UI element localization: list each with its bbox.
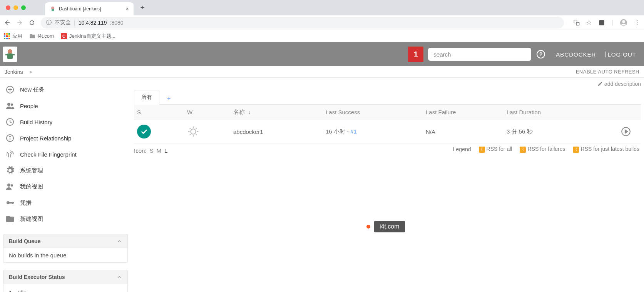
collapse-icon[interactable] <box>117 239 122 244</box>
user-link[interactable]: ABCDOCKER <box>556 51 596 58</box>
people-icon <box>5 182 15 191</box>
svg-point-19 <box>10 136 10 137</box>
sidebar-new-item[interactable]: New 任务 <box>3 82 128 98</box>
svg-point-6 <box>622 20 625 23</box>
people-icon <box>5 101 15 110</box>
icon-size-medium[interactable]: M <box>157 147 162 154</box>
svg-point-21 <box>11 184 13 187</box>
jenkins-header: 1 ? ABCDOCKER | LOG OUT <box>0 42 644 66</box>
executor-state: Idle <box>17 289 27 292</box>
maximize-window-button[interactable] <box>21 5 26 10</box>
profile-avatar-icon[interactable] <box>619 18 628 27</box>
watermark-dot <box>366 225 370 229</box>
url-host: 10.4.82.119 <box>79 20 107 26</box>
close-window-button[interactable] <box>6 5 10 10</box>
col-name[interactable]: 名称 ↓ <box>230 105 323 120</box>
sidebar-my-views[interactable]: 我的视图 <box>3 179 128 195</box>
rss-failures-link[interactable]: ⌇RSS for failures <box>520 146 565 153</box>
add-description-link[interactable]: add description <box>597 81 641 87</box>
sidebar-new-view[interactable]: 新建视图 <box>3 211 128 227</box>
bookmark-jenkins-theme[interactable]: C Jenkins自定义主题... <box>61 33 115 40</box>
minimize-window-button[interactable] <box>13 5 18 10</box>
bookmark-red-icon: C <box>61 33 67 39</box>
extension-icon[interactable] <box>598 19 606 27</box>
address-bar[interactable]: ⓘ 不安全 | 10.4.82.119:8080 <box>41 17 564 28</box>
col-last-failure[interactable]: Last Failure <box>423 105 503 120</box>
sidebar-label: New 任务 <box>20 86 45 93</box>
job-row: abcdocker1 16 小时 - #1 N/A 3 分 56 秒 <box>134 120 641 143</box>
svg-rect-4 <box>599 20 604 25</box>
tab-close-icon[interactable]: × <box>126 6 129 12</box>
logout-link[interactable]: LOG OUT <box>607 51 636 58</box>
main-panel: add description 所有 + S W 名称 ↓ Last Succe… <box>131 78 644 292</box>
search-input[interactable] <box>433 51 526 58</box>
sidebar-manage[interactable]: 系统管理 <box>3 162 128 179</box>
build-now-icon[interactable] <box>621 127 638 137</box>
breadcrumb-arrow-icon[interactable]: ▶ <box>30 70 33 74</box>
watermark: i4t.com <box>366 221 405 232</box>
footer-links: Legend ⌇RSS for all ⌇RSS for failures ⌇R… <box>452 143 641 155</box>
sidebar-label: 凭据 <box>20 199 32 207</box>
help-icon[interactable]: ? <box>537 50 545 58</box>
weather-sunny-icon <box>187 125 199 138</box>
browser-tab[interactable]: Dashboard [Jenkins] × <box>45 2 134 15</box>
rss-latest-link[interactable]: ⌇RSS for just latest builds <box>573 146 639 153</box>
sidebar-project-relationship[interactable]: Project Relationship <box>3 130 128 146</box>
bookmark-star-icon[interactable]: ☆ <box>586 19 592 26</box>
rss-icon: ⌇ <box>520 147 526 153</box>
svg-line-33 <box>196 128 197 129</box>
reload-button[interactable] <box>28 19 35 26</box>
collapse-icon[interactable] <box>117 274 122 280</box>
tab-all[interactable]: 所有 <box>134 90 159 105</box>
search-box[interactable] <box>428 48 531 61</box>
back-button[interactable] <box>4 19 11 26</box>
panel-title: Build Queue <box>9 238 40 244</box>
last-failure-cell: N/A <box>423 120 503 143</box>
new-tab-button[interactable]: + <box>141 4 145 12</box>
col-status[interactable]: S <box>134 105 184 120</box>
col-last-success[interactable]: Last Success <box>323 105 423 120</box>
build-queue-header[interactable]: Build Queue <box>3 234 127 248</box>
sidebar-check-fingerprint[interactable]: Check File Fingerprint <box>3 146 128 162</box>
notification-badge[interactable]: 1 <box>408 47 423 62</box>
sidebar-build-history[interactable]: Build History <box>3 114 128 130</box>
forward-button[interactable] <box>16 19 23 26</box>
build-number-link[interactable]: #1 <box>350 128 357 135</box>
icon-size-small[interactable]: S <box>150 147 154 154</box>
jenkins-logo[interactable] <box>3 47 17 62</box>
executor-row: 1Idle <box>9 288 122 292</box>
header-divider: | <box>604 51 606 58</box>
breadcrumb-root[interactable]: Jenkins <box>5 69 23 75</box>
rss-all-link[interactable]: ⌇RSS for all <box>479 146 512 153</box>
legend-link[interactable]: Legend <box>453 146 471 152</box>
fingerprint-icon <box>5 150 15 159</box>
svg-point-0 <box>51 7 54 10</box>
col-weather[interactable]: W <box>184 105 230 120</box>
executor-num: 1 <box>9 289 12 292</box>
last-duration-cell: 3 分 56 秒 <box>503 120 618 143</box>
chrome-menu-icon[interactable]: ⋮ <box>634 19 640 26</box>
key-icon <box>5 198 15 207</box>
sidebar-label: Project Relationship <box>20 135 71 142</box>
executor-header[interactable]: Build Executor Status <box>3 270 127 284</box>
sidebar-label: 新建视图 <box>20 215 43 223</box>
icon-size-large[interactable]: L <box>164 147 167 154</box>
col-last-duration[interactable]: Last Duration <box>503 105 618 120</box>
tab-title: Dashboard [Jenkins] <box>59 6 123 12</box>
sidebar-credentials[interactable]: 凭据 <box>3 195 128 211</box>
build-queue-body: No builds in the queue. <box>3 248 127 262</box>
browser-nav-bar: ⓘ 不安全 | 10.4.82.119:8080 ☆ | ⋮ <box>0 15 644 30</box>
svg-line-32 <box>190 134 191 135</box>
apps-bookmark[interactable]: 应用 <box>4 33 22 40</box>
job-name-link[interactable]: abcdocker1 <box>233 128 263 135</box>
sidebar-people[interactable]: People <box>3 98 128 114</box>
rss-icon: ⌇ <box>479 147 485 153</box>
bookmark-i4t[interactable]: i4t.com <box>29 33 54 39</box>
enable-auto-refresh-link[interactable]: ENABLE AUTO REFRESH <box>576 69 639 75</box>
translate-icon[interactable] <box>573 19 580 26</box>
rss-icon: ⌇ <box>573 147 579 153</box>
bookmark-label: i4t.com <box>38 33 54 39</box>
tab-add-button[interactable]: + <box>163 93 174 104</box>
jenkins-favicon <box>50 6 56 12</box>
svg-rect-23 <box>9 202 14 204</box>
